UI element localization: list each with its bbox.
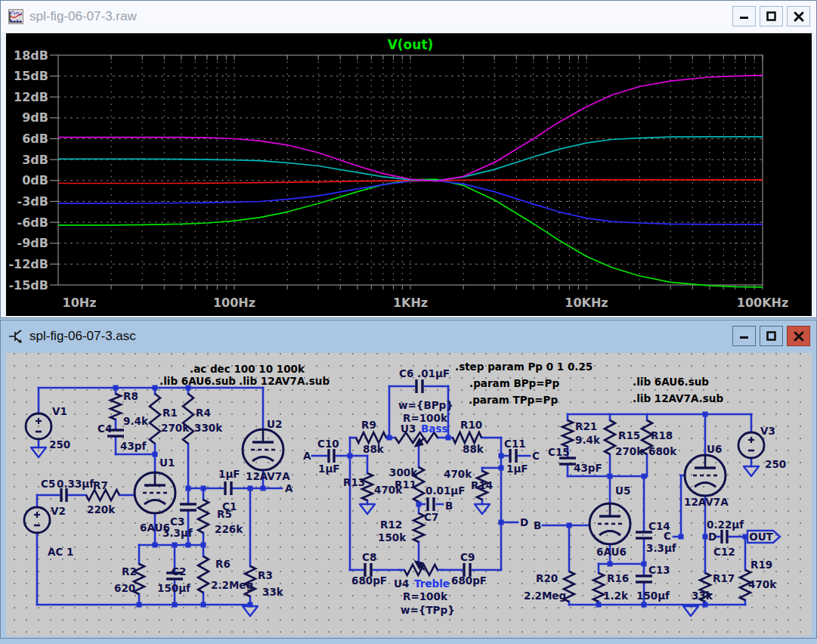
- minimize-button[interactable]: [732, 6, 756, 26]
- schematic-label[interactable]: C7: [424, 511, 438, 523]
- schematic-label[interactable]: 0.22μf: [707, 519, 744, 531]
- schematic-label[interactable]: 0.33μf: [57, 478, 94, 490]
- schematic-label[interactable]: .lib 12AV7A.sub: [633, 392, 723, 404]
- schematic-label[interactable]: U3: [401, 423, 416, 435]
- schematic-label[interactable]: 470k: [748, 578, 777, 590]
- schematic-label[interactable]: 9.4k: [123, 415, 149, 427]
- schematic-label[interactable]: R15: [618, 429, 640, 441]
- schematic-label[interactable]: V3: [760, 425, 775, 437]
- schematic-label[interactable]: 3.3μf: [646, 542, 676, 554]
- schematic-label[interactable]: R21: [575, 420, 597, 432]
- schematic-label[interactable]: .param BPp=Pp: [469, 377, 559, 389]
- schematic-label[interactable]: 1μF: [318, 463, 340, 475]
- schematic-label[interactable]: R17: [713, 572, 735, 584]
- schematic-label[interactable]: C11: [504, 438, 526, 450]
- schematic-label[interactable]: C: [532, 450, 540, 462]
- schematic-label[interactable]: 1μF: [506, 463, 528, 475]
- schematic-label[interactable]: D: [520, 516, 528, 528]
- schematic-label[interactable]: 2.2Meg: [524, 590, 566, 602]
- schematic-label[interactable]: 12AV7A: [246, 470, 290, 482]
- plot-canvas[interactable]: 18dB15dB12dB9dB6dB3dB0dB-3dB-6dB-9dB-12d…: [6, 33, 812, 316]
- schematic-label[interactable]: w={BPp}: [398, 399, 453, 411]
- schematic-label[interactable]: 1.2k: [603, 590, 629, 602]
- schematic-label[interactable]: 620: [114, 582, 135, 594]
- schematic-label[interactable]: .lib 6AU6.sub: [159, 375, 236, 387]
- schematic-label[interactable]: AC 1: [48, 546, 73, 558]
- schematic-label[interactable]: C3: [170, 516, 184, 528]
- schematic-label[interactable]: 43pf: [120, 440, 146, 452]
- schematic-label[interactable]: R3: [258, 569, 273, 581]
- waveform-titlebar[interactable]: spl-fig-06-07-3.raw: [1, 1, 816, 32]
- schematic-label[interactable]: 680k: [648, 445, 677, 457]
- schematic-label[interactable]: C: [664, 530, 671, 542]
- schematic-label[interactable]: R18: [651, 429, 673, 441]
- schematic-label[interactable]: C8: [362, 551, 376, 563]
- close-button[interactable]: [787, 6, 810, 26]
- schematic-label[interactable]: 150μf: [157, 582, 190, 594]
- schematic-label[interactable]: 6AU6: [596, 546, 627, 558]
- schematic-label[interactable]: 300k: [389, 466, 418, 478]
- schematic-label[interactable]: 680pF: [451, 574, 487, 587]
- schematic-titlebar[interactable]: spl-fig-06-07-3.asc: [1, 320, 816, 351]
- schematic-label[interactable]: 250: [49, 438, 70, 450]
- schematic-label[interactable]: 680pF: [351, 574, 387, 587]
- schematic-label[interactable]: .lib 6AU6.sub: [633, 376, 709, 388]
- schematic-label[interactable]: R16: [607, 572, 629, 584]
- schematic-label[interactable]: C12: [713, 546, 735, 558]
- schematic-label[interactable]: R20: [536, 572, 558, 584]
- schematic-label[interactable]: 150μf: [636, 590, 670, 602]
- minimize-button[interactable]: [732, 326, 756, 346]
- trace-blue[interactable]: [58, 181, 763, 224]
- schematic-label[interactable]: 88k: [363, 443, 385, 455]
- schematic-label[interactable]: 9.4k: [575, 434, 601, 446]
- schematic-label[interactable]: 2.2Meg: [211, 579, 253, 591]
- schematic-label[interactable]: A: [303, 450, 311, 462]
- schematic-label[interactable]: V2: [51, 505, 66, 517]
- schematic-label[interactable]: R=100k: [403, 590, 448, 602]
- schematic-canvas[interactable]: .ac dec 100 10 100k.lib 6AU6.sub.lib 12A…: [6, 353, 812, 636]
- schematic-label[interactable]: R2: [122, 565, 137, 577]
- schematic-label[interactable]: 270k: [161, 422, 190, 434]
- schematic-label[interactable]: 43pF: [574, 462, 602, 474]
- schematic-label[interactable]: R4: [196, 407, 211, 419]
- schematic-label[interactable]: .lib 12AV7A.sub: [239, 375, 330, 387]
- schematic-label[interactable]: B: [534, 519, 541, 531]
- schematic-label[interactable]: 220k: [87, 503, 116, 516]
- schematic-label[interactable]: C10: [317, 438, 339, 450]
- schematic-label[interactable]: 33k: [262, 586, 284, 598]
- schematic-label[interactable]: 33k: [692, 590, 713, 602]
- schematic-label[interactable]: U6: [707, 443, 722, 455]
- schematic-label[interactable]: R11: [395, 478, 416, 491]
- schematic-label[interactable]: R8: [123, 390, 138, 402]
- schematic-label[interactable]: R12: [380, 519, 402, 531]
- schematic-label[interactable]: C5: [41, 478, 55, 490]
- close-button[interactable]: [787, 326, 810, 346]
- schematic-label[interactable]: C2: [172, 565, 186, 577]
- schematic-label[interactable]: R9: [361, 419, 376, 431]
- schematic-label[interactable]: B: [445, 500, 453, 512]
- schematic-label[interactable]: V1: [52, 405, 67, 417]
- schematic-label[interactable]: C4: [97, 423, 112, 435]
- schematic-label[interactable]: C15: [548, 446, 570, 458]
- schematic-label[interactable]: R13: [343, 476, 365, 488]
- schematic-label[interactable]: 12AV7A: [684, 496, 729, 508]
- schematic-label[interactable]: 1μF: [218, 468, 240, 480]
- schematic-label[interactable]: R14: [471, 479, 493, 491]
- schematic-label[interactable]: 330k: [194, 422, 223, 434]
- schematic-label[interactable]: Bass: [421, 423, 447, 435]
- schematic-label[interactable]: w={TPp}: [401, 604, 455, 616]
- schematic-label[interactable]: .ac dec 100 10 100k: [190, 363, 305, 375]
- schematic-label[interactable]: D: [708, 531, 716, 543]
- maximize-button[interactable]: [760, 326, 783, 346]
- schematic-label[interactable]: 150k: [378, 531, 407, 543]
- schematic-label[interactable]: 270k: [615, 445, 644, 457]
- schematic-label[interactable]: U5: [615, 485, 630, 497]
- schematic-label[interactable]: .01μF: [417, 367, 450, 379]
- schematic-label[interactable]: R6: [215, 558, 231, 570]
- schematic-label[interactable]: R10: [460, 419, 482, 431]
- schematic-label[interactable]: C9: [460, 551, 475, 563]
- schematic-label[interactable]: 0.01μF: [426, 485, 465, 497]
- schematic-label[interactable]: Treble: [414, 577, 450, 590]
- schematic-label[interactable]: R5: [217, 508, 232, 520]
- schematic-label[interactable]: C6: [399, 367, 413, 379]
